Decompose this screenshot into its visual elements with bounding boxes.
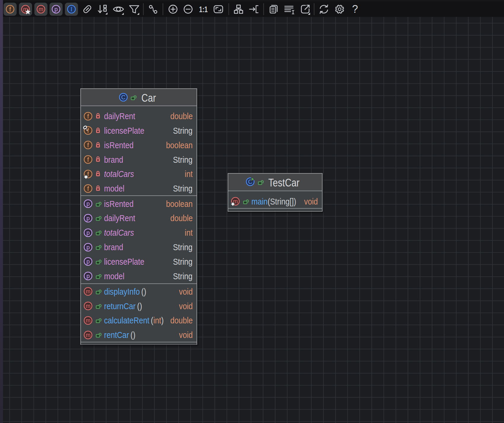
- svg-text:f: f: [87, 156, 89, 163]
- svg-text:?: ?: [352, 3, 358, 15]
- svg-text:p: p: [86, 258, 90, 265]
- svg-text:f: f: [87, 185, 89, 192]
- svg-text:m: m: [86, 317, 90, 324]
- svg-text:1:1: 1:1: [199, 5, 208, 14]
- svg-text:p: p: [86, 229, 90, 236]
- svg-text:p: p: [86, 215, 90, 221]
- svg-text:f: f: [87, 112, 89, 120]
- svg-text:m: m: [86, 288, 90, 295]
- svg-text:p: p: [86, 244, 90, 250]
- svg-text:C: C: [121, 94, 125, 100]
- svg-text:m: m: [86, 332, 90, 338]
- svg-text:p: p: [86, 200, 90, 207]
- svg-text:m: m: [86, 303, 90, 309]
- svg-text:p: p: [86, 273, 90, 279]
- svg-text:f: f: [87, 141, 89, 149]
